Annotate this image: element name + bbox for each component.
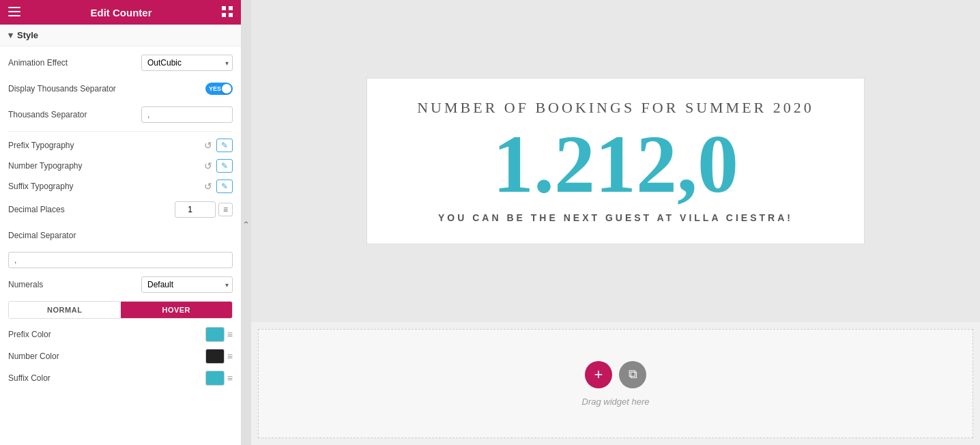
tab-hover[interactable]: HOVER [121,302,233,318]
hamburger-icon[interactable] [8,7,20,18]
number-color-swatch[interactable] [205,349,225,364]
suffix-color-row: Suffix Color ≡ [8,371,233,386]
number-color-row: Number Color ≡ [8,349,233,364]
numerals-select[interactable]: Default Eastern Arabic Persian [141,276,233,293]
numerals-row: Numerals Default Eastern Arabic Persian … [8,275,233,294]
number-color-controls: ≡ [205,349,233,364]
animation-effect-label: Animation Effect [8,58,141,68]
panel-content: Animation Effect OutCubic Linear InCubic… [0,46,241,399]
svg-rect-5 [222,13,226,17]
animation-effect-select[interactable]: OutCubic Linear InCubic [141,55,233,71]
toggle-track[interactable]: YES [205,83,233,95]
suffix-color-label: Suffix Color [8,373,205,383]
display-thousands-label: Display Thousands Separator [8,84,205,94]
number-typography-controls: ↺ ✎ [203,159,233,173]
number-typography-edit-button[interactable]: ✎ [216,159,233,173]
section-label: Style [17,30,38,40]
prefix-color-swatch[interactable] [205,327,225,342]
toggle-wrapper[interactable]: YES [205,83,233,95]
suffix-typography-edit-button[interactable]: ✎ [216,180,233,193]
suffix-typography-controls: ↺ ✎ [203,180,233,193]
thousands-separator-row: Thousands Separator [8,105,233,124]
svg-rect-1 [8,11,20,12]
toggle-yes-label: YES [209,85,221,92]
grid-icon[interactable] [222,6,233,19]
svg-rect-3 [222,6,226,10]
chevron-down-icon: ▾ [8,30,13,40]
counter-title: NUMBER OF BOOKINGS FOR SUMMER 2020 [394,99,837,117]
prefix-typography-reset-button[interactable]: ↺ [203,139,214,152]
prefix-typography-edit-button[interactable]: ✎ [216,139,233,152]
number-typography-row: Number Typography ↺ ✎ [8,159,233,173]
preview-area: NUMBER OF BOOKINGS FOR SUMMER 2020 1.212… [251,0,980,322]
number-color-label: Number Color [8,351,205,361]
drop-zone-text: Drag widget here [582,397,650,407]
suffix-color-menu-button[interactable]: ≡ [227,373,233,384]
numerals-label: Numerals [8,280,141,289]
svg-rect-0 [8,7,20,8]
display-thousands-row: Display Thousands Separator YES [8,79,233,98]
collapse-arrow-icon: ‹ [242,218,251,227]
decimal-places-row: Decimal Places ≡ [8,200,233,219]
svg-rect-4 [229,6,233,10]
animation-effect-row: Animation Effect OutCubic Linear InCubic… [8,53,233,72]
toggle-thumb [222,84,231,94]
tab-normal[interactable]: NORMAL [9,302,121,318]
decimal-places-stepper[interactable]: ≡ [218,203,233,216]
drop-buttons: + ⧉ [585,361,646,388]
thousands-separator-input[interactable] [141,106,233,123]
suffix-typography-label: Suffix Typography [8,182,203,191]
number-typography-reset-button[interactable]: ↺ [203,159,214,173]
counter-widget: NUMBER OF BOOKINGS FOR SUMMER 2020 1.212… [366,78,865,244]
decimal-places-input[interactable] [175,201,216,218]
counter-subtitle: YOU CAN BE THE NEXT GUEST AT VILLA CIEST… [394,212,837,223]
decimal-places-controls: ≡ [175,201,233,218]
thousands-separator-label: Thousands Separator [8,110,141,119]
drop-zone: + ⧉ Drag widget here [258,329,973,438]
prefix-color-row: Prefix Color ≡ [8,327,233,342]
counter-number: 1.212,0 [394,124,837,205]
number-color-menu-button[interactable]: ≡ [227,351,233,362]
prefix-typography-label: Prefix Typography [8,141,203,150]
panel-title: Edit Counter [20,7,222,18]
svg-rect-2 [8,15,20,16]
state-tabs: NORMAL HOVER [8,301,233,319]
left-panel: Edit Counter ▾ Style Animation Effect Ou… [0,0,242,445]
suffix-typography-reset-button[interactable]: ↺ [203,180,214,193]
add-widget-button[interactable]: + [585,361,612,388]
prefix-color-label: Prefix Color [8,330,205,339]
right-panel: NUMBER OF BOOKINGS FOR SUMMER 2020 1.212… [251,0,980,445]
decimal-places-label: Decimal Places [8,205,175,214]
suffix-color-controls: ≡ [205,371,233,386]
numerals-select-wrapper: Default Eastern Arabic Persian ▾ [141,276,233,293]
suffix-typography-row: Suffix Typography ↺ ✎ [8,180,233,193]
panel-header: Edit Counter [0,0,241,25]
decimal-separator-label: Decimal Separator [8,231,233,240]
number-typography-label: Number Typography [8,161,203,171]
copy-widget-button[interactable]: ⧉ [619,361,646,388]
decimal-separator-input[interactable] [8,252,233,268]
collapse-panel-button[interactable]: ‹ [242,0,251,445]
prefix-typography-row: Prefix Typography ↺ ✎ [8,139,233,152]
section-header[interactable]: ▾ Style [0,25,241,46]
animation-effect-select-wrapper: OutCubic Linear InCubic ▾ [141,55,233,71]
prefix-color-menu-button[interactable]: ≡ [227,329,233,340]
plus-icon: + [594,366,603,384]
prefix-typography-controls: ↺ ✎ [203,139,233,152]
suffix-color-swatch[interactable] [205,371,225,386]
prefix-color-controls: ≡ [205,327,233,342]
svg-rect-6 [229,13,233,17]
copy-icon: ⧉ [629,367,637,382]
decimal-separator-row: Decimal Separator [8,226,233,245]
